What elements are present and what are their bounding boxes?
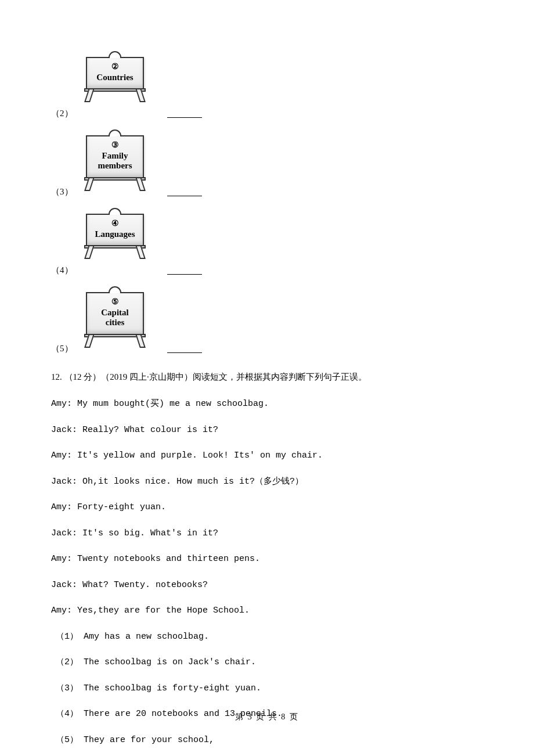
- easel-board: ③ Family members: [86, 135, 144, 178]
- dialogue-line: Amy: Forty-eight yuan.: [51, 501, 482, 514]
- answer-blank[interactable]: [167, 274, 202, 275]
- question-12-header: 12. （12 分）（2019 四上·京山期中）阅读短文，并根据其内容判断下列句…: [51, 369, 482, 385]
- easel-graphic: ④ Languages: [80, 208, 150, 280]
- easel-item: （2） ② Countries: [51, 51, 482, 124]
- item-number: （5）: [51, 343, 80, 359]
- easel-circled-number: ⑤: [89, 297, 140, 307]
- dialogue-line: Amy: My mum bought(买) me a new schoolbag…: [51, 398, 482, 411]
- easel-hinge-icon: [109, 286, 121, 293]
- answer-blank[interactable]: [167, 196, 202, 196]
- easel-graphic: ⑤ Capital cities: [80, 286, 150, 359]
- dialogue-line: Jack: What? Twenty. notebooks?: [51, 579, 482, 592]
- dialogue-line: Amy: Yes,they are for the Hope School.: [51, 604, 482, 618]
- answer-blank[interactable]: [167, 352, 202, 353]
- easel-circled-number: ③: [89, 140, 140, 150]
- easel-hinge-icon: [109, 208, 121, 215]
- page-footer: 第 3 页 共 8 页: [0, 712, 534, 722]
- easel-legs-icon: [83, 246, 147, 259]
- easel-hinge-icon: [109, 129, 121, 136]
- easel-legs-icon: [83, 335, 147, 348]
- easel-item: （5） ⑤ Capital cities: [51, 286, 482, 359]
- sub-question: （3） The schoolbag is forty-eight yuan.: [56, 682, 482, 696]
- dialogue-line: Jack: Really? What colour is it?: [51, 424, 482, 437]
- easel-item: （4） ④ Languages: [51, 208, 482, 280]
- easel-label: Capital cities: [89, 308, 140, 328]
- dialogue-line: Jack: Oh,it looks nice. How much is it?（…: [51, 476, 482, 489]
- easel-graphic: ② Countries: [80, 51, 150, 124]
- easel-board: ⑤ Capital cities: [86, 292, 144, 335]
- dialogue-line: Jack: It's so big. What's in it?: [51, 527, 482, 541]
- sub-question: （1） Amy has a new schoolbag.: [56, 631, 482, 644]
- easel-item: （3） ③ Family members: [51, 129, 482, 202]
- sub-question: （5） They are for your school,: [56, 734, 482, 747]
- item-number: （4）: [51, 265, 80, 280]
- easel-graphic: ③ Family members: [80, 129, 150, 202]
- easel-list: （2） ② Countries （3） ③ Family members: [51, 51, 482, 359]
- easel-legs-icon: [83, 178, 147, 191]
- easel-board: ② Countries: [86, 57, 144, 89]
- item-number: （2）: [51, 108, 80, 124]
- dialogue-line: Amy: It's yellow and purple. Look! Its' …: [51, 449, 482, 463]
- easel-label: Languages: [89, 229, 140, 239]
- item-number: （3）: [51, 186, 80, 202]
- easel-hinge-icon: [109, 51, 121, 58]
- answer-blank[interactable]: [167, 117, 202, 118]
- dialogue-line: Amy: Twenty notebooks and thirteen pens.: [51, 553, 482, 566]
- sub-question: （2） The schoolbag is on Jack's chair.: [56, 656, 482, 669]
- easel-legs-icon: [83, 89, 147, 102]
- easel-label: Family members: [89, 151, 140, 171]
- easel-board: ④ Languages: [86, 214, 144, 246]
- easel-label: Countries: [89, 73, 140, 82]
- easel-circled-number: ②: [89, 62, 140, 71]
- easel-circled-number: ④: [89, 218, 140, 228]
- page-content: （2） ② Countries （3） ③ Family members: [51, 51, 482, 747]
